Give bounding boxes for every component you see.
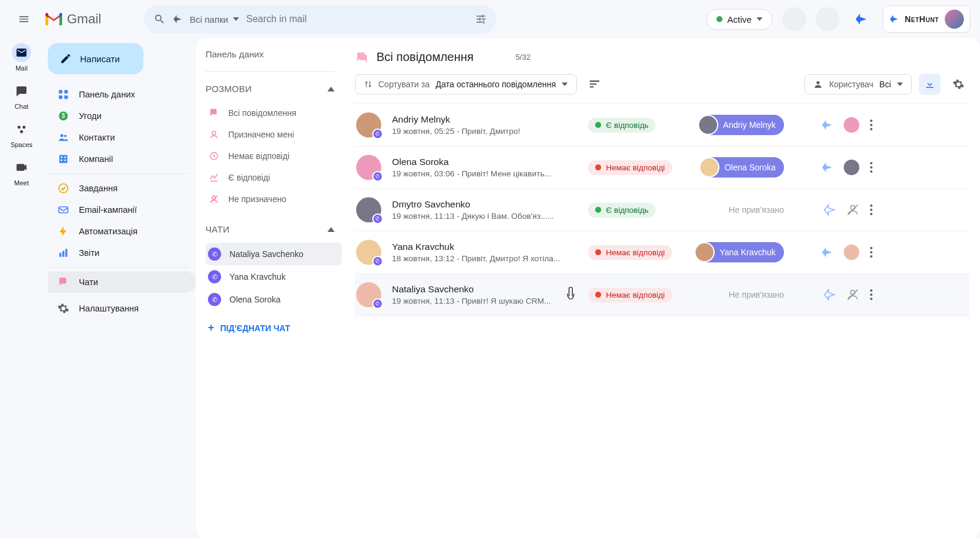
tune-icon[interactable]: [475, 13, 487, 25]
sort-label: Сортувати за: [378, 80, 430, 89]
link-icon-button[interactable]: [823, 204, 835, 216]
download-button[interactable]: [919, 74, 941, 95]
viber-icon: ✆: [208, 270, 221, 283]
link-icon-button[interactable]: [823, 289, 835, 301]
compose-button[interactable]: Написати: [48, 43, 143, 74]
sort-direction-button[interactable]: [584, 75, 605, 94]
chat-icon: [12, 81, 31, 100]
nethunt-account-chip[interactable]: NetHunt: [883, 5, 970, 33]
sidebar-item-deals[interactable]: $ Угоди: [48, 105, 196, 127]
owner-button[interactable]: [844, 244, 859, 260]
chat-item[interactable]: ✆ Nataliya Savchenko: [206, 243, 342, 265]
more-button[interactable]: [870, 204, 872, 215]
owner-button[interactable]: [844, 117, 859, 133]
sidebar-item-companies[interactable]: Компанії: [48, 148, 196, 170]
owner-button[interactable]: [844, 160, 859, 175]
conversation-filter-all[interactable]: Всі повідомлення: [206, 102, 342, 124]
deals-icon: $: [57, 110, 69, 122]
sidebar-item-label: Контакти: [79, 133, 115, 142]
message-row[interactable]: ✆ Andriy Melnyk 19 жовтня, 05:25 - Приві…: [355, 104, 969, 146]
sidebar-item-settings[interactable]: Налаштування: [48, 298, 196, 319]
conversation-filter-noresp[interactable]: Немає відповіді: [206, 145, 342, 167]
message-preview: 19 жовтня, 05:25 - Привіт, Дмитро!: [392, 127, 577, 136]
more-vertical-icon: [870, 247, 872, 258]
rail-item-chat[interactable]: Chat: [12, 81, 31, 110]
gmail-logo[interactable]: Gmail: [45, 11, 101, 27]
svg-rect-17: [59, 207, 68, 213]
svg-point-44: [870, 298, 872, 300]
message-row[interactable]: ✆ Yana Kravchuk 18 жовтня, 13:12 - Приві…: [355, 231, 969, 274]
message-row[interactable]: ✆ Olena Soroka 19 жовтня, 03:06 - Привіт…: [355, 146, 969, 189]
more-button[interactable]: [870, 120, 872, 130]
sidebar-item-label: Чати: [79, 277, 98, 287]
connect-chat-button[interactable]: + ПІД'ЄДНАТИ ЧАТ: [206, 313, 342, 343]
filter-label: Всі повідомлення: [228, 108, 296, 118]
search-input[interactable]: [246, 14, 468, 25]
header-button-1[interactable]: [782, 7, 806, 31]
message-preview: 19 жовтня, 11:13 - Дякую і Вам. Обов'яз.…: [392, 212, 577, 221]
svg-point-39: [870, 255, 872, 258]
assignee-pill[interactable]: Yana Kravchuk: [696, 242, 784, 262]
more-button[interactable]: [870, 289, 872, 300]
sidebar-item-contacts[interactable]: Контакти: [48, 127, 196, 148]
sort-lines-icon: [589, 80, 601, 89]
owner-button[interactable]: [846, 203, 859, 216]
sidebar-item-reports[interactable]: Звіти: [48, 242, 196, 264]
link-icon-button[interactable]: [821, 161, 833, 173]
sidebar-item-label: Звіти: [79, 248, 99, 258]
conversation-filter-assigned[interactable]: Призначено мені: [206, 124, 342, 145]
user-filter-dropdown[interactable]: Користувач Всі: [804, 74, 912, 94]
message-row[interactable]: ✆ Nataliya Savchenko 19 жовтня, 11:13 - …: [355, 274, 969, 316]
sidebar-item-automation[interactable]: Автоматизація: [48, 221, 196, 242]
sender-name: Yana Kravchuk: [392, 242, 577, 252]
svg-rect-12: [61, 157, 63, 158]
settings-button[interactable]: [948, 74, 969, 95]
chevron-up-icon: [327, 87, 335, 91]
rail-item-mail[interactable]: Mail: [12, 43, 31, 72]
status-dot-icon: [595, 249, 601, 255]
sidebar-item-campaigns[interactable]: Email-кампанії: [48, 199, 196, 221]
svg-rect-13: [65, 157, 66, 158]
more-button[interactable]: [870, 162, 872, 173]
assignee-pill[interactable]: Olena Soroka: [700, 157, 784, 178]
sender-avatar-wrap: ✆: [356, 282, 381, 307]
sidebar-item-label: Email-кампанії: [79, 205, 137, 215]
download-icon: [924, 79, 935, 90]
chat-item[interactable]: ✆ Olena Soroka: [206, 288, 342, 311]
sender-name: Dmytro Savchenko: [392, 199, 577, 210]
filter-label: Немає відповіді: [228, 151, 289, 161]
sidebar-item-dashboard[interactable]: Панель даних: [48, 84, 196, 105]
conversation-filter-unassigned[interactable]: Не призначено: [206, 188, 342, 210]
header-button-2[interactable]: [816, 7, 840, 31]
nethunt-logo-icon: [889, 14, 899, 24]
rail-item-spaces[interactable]: Spaces: [11, 120, 33, 148]
sort-dropdown[interactable]: Сортувати за Дата останнього повідомленн…: [355, 74, 577, 94]
nethunt-icon-button[interactable]: [849, 7, 873, 31]
more-button[interactable]: [870, 247, 872, 258]
link-icon-button[interactable]: [821, 119, 833, 131]
chat-name: Olena Soroka: [229, 295, 281, 304]
sidebar-item-tasks[interactable]: Завдання: [48, 178, 196, 199]
sidebar-item-label: Компанії: [79, 154, 114, 164]
chat-item[interactable]: ✆ Yana Kravchuk: [206, 265, 342, 288]
search-bar[interactable]: Всі папки: [144, 5, 497, 33]
sidebar-item-chats[interactable]: Чати: [48, 271, 196, 293]
tasks-icon: [57, 182, 69, 194]
assignee-pill[interactable]: Andriy Melnyk: [699, 115, 784, 135]
folder-scope-dropdown[interactable]: Всі папки: [189, 14, 239, 25]
chevron-down-icon: [757, 17, 762, 21]
chats-section-toggle[interactable]: ЧАТИ: [206, 218, 342, 240]
rail-item-meet[interactable]: Meet: [12, 158, 31, 187]
message-row[interactable]: ✆ Dmytro Savchenko 19 жовтня, 11:13 - Дя…: [355, 189, 969, 231]
status-dropdown[interactable]: Active: [706, 9, 773, 30]
main-menu-button[interactable]: [10, 5, 38, 33]
link-icon-button[interactable]: [821, 246, 833, 258]
status-text: Немає відповіді: [606, 291, 665, 299]
section-label: РОЗМОВИ: [206, 84, 252, 94]
status-pill: Немає відповіді: [588, 160, 672, 175]
sidebar: Написати Панель даних $ Угоди Контакти К…: [43, 38, 196, 538]
conversations-section-toggle[interactable]: РОЗМОВИ: [206, 78, 342, 100]
owner-button[interactable]: [846, 288, 859, 301]
chats-icon: [57, 276, 69, 288]
conversation-filter-hasresp[interactable]: Є відповіді: [206, 167, 342, 188]
